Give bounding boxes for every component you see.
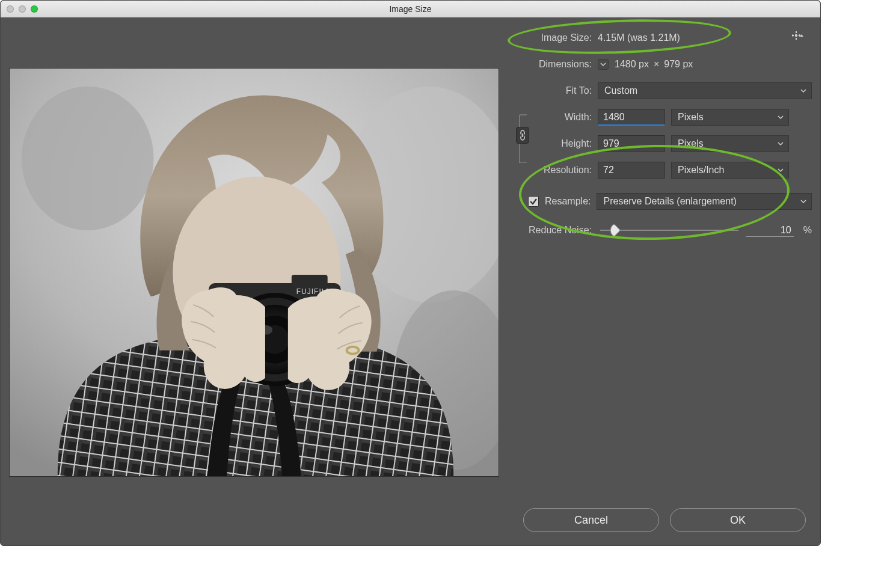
settings-menu-button[interactable] <box>791 31 803 40</box>
height-unit-select[interactable]: Pixels <box>671 135 789 152</box>
chevron-down-icon <box>800 198 806 204</box>
window-title: Image Size <box>1 4 820 14</box>
svg-point-10 <box>22 87 153 230</box>
resolution-label: Resolution: <box>514 165 598 176</box>
ok-button[interactable]: OK <box>670 508 806 532</box>
svg-rect-29 <box>796 38 797 40</box>
dimensions-times: × <box>654 59 659 70</box>
fit-to-value: Custom <box>604 85 637 96</box>
height-unit-value: Pixels <box>678 138 704 149</box>
height-input[interactable] <box>598 135 665 152</box>
dimensions-unit-button[interactable] <box>598 59 609 70</box>
width-input[interactable] <box>598 109 665 126</box>
titlebar: Image Size <box>1 1 820 17</box>
resample-value: Preserve Details (enlargement) <box>603 196 736 207</box>
dimensions-width: 1480 px <box>615 59 649 70</box>
chevron-down-icon <box>778 141 784 147</box>
percent-label: % <box>803 225 812 236</box>
width-label: Width: <box>535 112 598 123</box>
height-label: Height: <box>535 138 598 149</box>
constrain-proportions-button[interactable] <box>516 127 529 144</box>
dimensions-height: 979 px <box>664 59 693 70</box>
fit-to-select[interactable]: Custom <box>598 82 812 99</box>
reduce-noise-input[interactable] <box>746 224 794 237</box>
chevron-down-icon <box>800 88 806 94</box>
resample-label: Resample: <box>545 196 591 207</box>
chevron-down-icon <box>778 114 784 120</box>
resample-checkbox[interactable] <box>528 196 539 207</box>
svg-rect-28 <box>796 31 797 33</box>
svg-rect-16 <box>292 275 328 287</box>
width-unit-value: Pixels <box>678 112 704 123</box>
image-size-label: Image Size: <box>514 32 598 43</box>
image-preview: FUJIFILM <box>9 68 499 477</box>
chevron-down-icon <box>778 167 784 173</box>
controls-panel: Image Size: 4.15M (was 1.21M) Dimensions… <box>514 25 812 500</box>
resolution-unit-select[interactable]: Pixels/Inch <box>671 162 789 179</box>
resolution-unit-value: Pixels/Inch <box>678 165 724 176</box>
cancel-button[interactable]: Cancel <box>523 508 659 532</box>
image-size-value: 4.15M (was 1.21M) <box>598 32 680 43</box>
reduce-noise-slider[interactable] <box>600 224 738 236</box>
fit-to-label: Fit To: <box>514 85 598 96</box>
dimensions-label: Dimensions: <box>514 59 598 70</box>
dialog-footer: Cancel OK <box>1 508 820 545</box>
resolution-input[interactable] <box>598 162 665 179</box>
width-unit-select[interactable]: Pixels <box>671 109 789 126</box>
resample-select[interactable]: Preserve Details (enlargement) <box>597 193 812 210</box>
image-size-dialog: Image Size <box>0 0 821 546</box>
svg-point-27 <box>795 34 797 37</box>
reduce-noise-label: Reduce Noise: <box>514 225 598 236</box>
